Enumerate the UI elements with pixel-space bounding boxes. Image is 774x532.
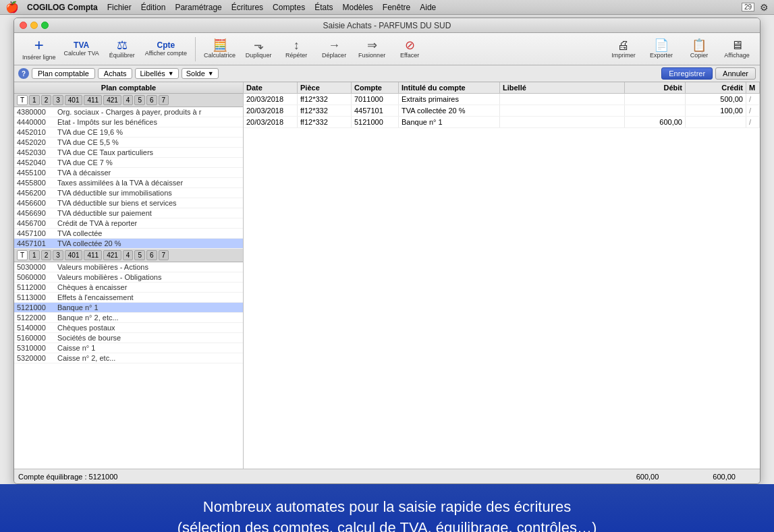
calculate-tva-button[interactable]: TVA Calculer TVA xyxy=(61,40,102,58)
calendar-icon[interactable]: 29 xyxy=(742,3,754,11)
tab-item-7[interactable]: 7 xyxy=(159,95,169,105)
menu-fenetre[interactable]: Fenêtre xyxy=(383,3,410,12)
promo-line2: (sélection des comptes, calcul de TVA, é… xyxy=(177,518,597,532)
tab2-item-421[interactable]: 421 xyxy=(103,250,121,260)
tab-item-2[interactable]: 2 xyxy=(41,95,52,105)
copier-button[interactable]: 📋 Copier xyxy=(682,38,717,60)
menu-aide[interactable]: Aide xyxy=(420,3,436,12)
jr-intitule: Banque n° 1 xyxy=(399,117,500,127)
account-row[interactable]: 4456600TVA déductible sur biens et servi… xyxy=(14,198,243,208)
tab-plan-comptable[interactable]: Plan comptable xyxy=(32,68,95,79)
account-row[interactable]: 4380000Org. sociaux - Charges à payer, p… xyxy=(14,107,243,117)
tab2-item-3[interactable]: 3 xyxy=(53,250,63,260)
tab2-item-7[interactable]: 7 xyxy=(159,250,169,260)
effacer-button[interactable]: ⊘ Effacer xyxy=(392,38,427,60)
account-row[interactable]: 5030000Valeurs mobilières - Actions xyxy=(14,262,243,272)
tab2-item-401[interactable]: 401 xyxy=(65,250,83,260)
account-row[interactable]: 4457101TVA collectée 20 % xyxy=(14,239,243,249)
app-name[interactable]: COGILOG Compta xyxy=(27,3,98,12)
tab-item-3[interactable]: 3 xyxy=(53,95,63,105)
menu-ecritures[interactable]: Écritures xyxy=(231,3,263,12)
annuler-button[interactable]: Annuler xyxy=(715,67,756,80)
account-row[interactable]: 5112000Chèques à encaisser xyxy=(14,283,243,293)
menu-modeles[interactable]: Modèles xyxy=(343,3,373,12)
account-name: TVA à décaisser xyxy=(57,169,240,177)
journal-row[interactable]: 20/03/2018 ff12*332 7011000 Extraits pri… xyxy=(244,94,760,105)
afficher-compte-button[interactable]: Cpte Afficher compte xyxy=(142,40,190,58)
tab2-item-411[interactable]: 411 xyxy=(84,250,102,260)
tab-achats[interactable]: Achats xyxy=(98,68,133,79)
close-button[interactable] xyxy=(20,22,27,29)
account-row[interactable]: 5122000Banque n° 2, etc... xyxy=(14,313,243,323)
effacer-label: Effacer xyxy=(400,52,419,59)
apple-menu[interactable]: 🍎 xyxy=(5,1,19,13)
affichage-button[interactable]: 🖥 Affichage xyxy=(719,38,754,60)
repeat-icon: ↕ xyxy=(294,39,300,51)
account-name: TVA déductible sur paiement xyxy=(57,209,240,217)
jr-intitule: TVA collectée 20 % xyxy=(399,105,500,116)
solde-dropdown[interactable]: Solde ▼ xyxy=(182,68,219,79)
account-list-1[interactable]: 4380000Org. sociaux - Charges à payer, p… xyxy=(14,107,243,249)
account-code: 4452040 xyxy=(17,158,57,167)
menu-fichier[interactable]: Fichier xyxy=(107,3,132,12)
account-list-2[interactable]: 5030000Valeurs mobilières - Actions50600… xyxy=(14,262,243,469)
imprimer-button[interactable]: 🖨 Imprimer xyxy=(606,38,641,60)
menu-edition[interactable]: Édition xyxy=(141,3,166,12)
account-row[interactable]: 5160000Sociétés de bourse xyxy=(14,333,243,343)
account-row[interactable]: 4452030TVA due CE Taux particuliers xyxy=(14,148,243,158)
tab-item-4[interactable]: 4 xyxy=(123,95,134,105)
tab2-item-5[interactable]: 5 xyxy=(134,250,145,260)
tab-item-T[interactable]: T xyxy=(17,95,28,105)
plan-comptable-header: Plan comptable xyxy=(14,82,243,94)
account-row[interactable]: 4456200TVA déductible sur immobilisation… xyxy=(14,188,243,198)
account-row[interactable]: 4440000Etat - Impôts sur les bénéfices xyxy=(14,117,243,127)
help-button[interactable]: ? xyxy=(18,68,29,79)
tab2-item-T[interactable]: T xyxy=(17,250,28,260)
deplacer-button[interactable]: → Déplacer xyxy=(316,38,352,60)
exporter-button[interactable]: 📄 Exporter xyxy=(644,38,679,60)
insert-line-button[interactable]: + Insérer ligne xyxy=(20,36,59,62)
account-row[interactable]: 5060000Valeurs mobilières - Obligations xyxy=(14,272,243,283)
tab-item-401[interactable]: 401 xyxy=(65,95,83,105)
tab-item-6[interactable]: 6 xyxy=(146,95,157,105)
tab-item-421[interactable]: 421 xyxy=(103,95,121,105)
minimize-button[interactable] xyxy=(30,22,38,29)
journal-row[interactable]: 20/03/2018 ff12*332 4457101 TVA collecté… xyxy=(244,105,760,117)
tab-item-5[interactable]: 5 xyxy=(134,95,145,105)
account-name: TVA due CE 5,5 % xyxy=(57,138,240,146)
calculatrice-button[interactable]: 🧮 Calculatrice xyxy=(201,38,238,60)
journal-row[interactable]: 20/03/2018 ff12*332 5121000 Banque n° 1 … xyxy=(244,117,760,128)
account-row[interactable]: 4455100TVA à décaisser xyxy=(14,168,243,178)
account-row[interactable]: 5140000Chèques postaux xyxy=(14,323,243,333)
account-row[interactable]: 5121000Banque n° 1 xyxy=(14,303,243,313)
promo-line1: Nombreux automates pour la saisie rapide… xyxy=(177,497,597,518)
settings-icon[interactable]: ⚙ xyxy=(760,2,769,13)
dupliquer-button[interactable]: ⬎ Dupliquer xyxy=(241,38,276,60)
repeter-button[interactable]: ↕ Répéter xyxy=(279,38,314,60)
account-row[interactable]: 4455800Taxes assimilées à la TVA à décai… xyxy=(14,178,243,188)
account-row[interactable]: 4452010TVA due CE 19,6 % xyxy=(14,127,243,138)
account-row[interactable]: 4452040TVA due CE 7 % xyxy=(14,158,243,168)
enregistrer-button[interactable]: Enregistrer xyxy=(661,67,713,80)
account-row[interactable]: 5113000Effets à l'encaissement xyxy=(14,293,243,303)
maximize-button[interactable] xyxy=(41,22,49,29)
tab-item-411[interactable]: 411 xyxy=(84,95,102,105)
menu-parametrage[interactable]: Paramétrage xyxy=(175,3,221,12)
tab2-item-1[interactable]: 1 xyxy=(29,250,40,260)
jr-libelle xyxy=(500,117,625,127)
tab2-item-2[interactable]: 2 xyxy=(41,250,52,260)
tab-item-1[interactable]: 1 xyxy=(29,95,40,105)
tab2-item-6[interactable]: 6 xyxy=(146,250,157,260)
account-row[interactable]: 5320000Caisse n° 2, etc... xyxy=(14,353,243,363)
account-row[interactable]: 5310000Caisse n° 1 xyxy=(14,343,243,353)
account-row[interactable]: 4452020TVA due CE 5,5 % xyxy=(14,138,243,148)
account-row[interactable]: 4456690TVA déductible sur paiement xyxy=(14,208,243,218)
menu-etats[interactable]: États xyxy=(314,3,333,12)
account-row[interactable]: 4456700Crédit de TVA à reporter xyxy=(14,218,243,229)
fusionner-button[interactable]: ⇒ Fusionner xyxy=(354,38,389,60)
libelles-dropdown[interactable]: Libellés ▼ xyxy=(135,68,178,79)
tab2-item-4[interactable]: 4 xyxy=(123,250,134,260)
menu-comptes[interactable]: Comptes xyxy=(273,3,305,12)
account-row[interactable]: 4457100TVA collectée xyxy=(14,229,243,239)
equilibrer-button[interactable]: ⚖ Équilibrer xyxy=(105,38,140,60)
